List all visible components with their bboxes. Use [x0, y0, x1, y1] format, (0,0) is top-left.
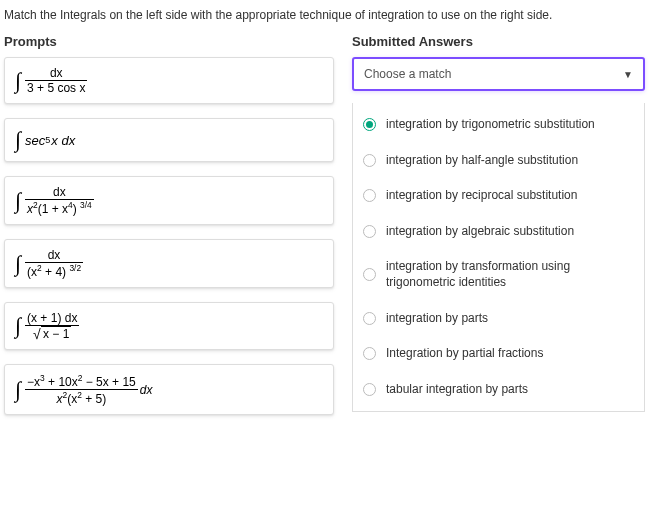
- prompt-card-1[interactable]: ∫ dx 3 + 5 cos x: [4, 57, 334, 104]
- integral-icon: ∫: [15, 127, 21, 153]
- radio-icon: [363, 189, 376, 202]
- option-label: integration by reciprocal substitution: [386, 188, 577, 204]
- match-placeholder: Choose a match: [364, 67, 451, 81]
- frac-numerator: dx: [25, 185, 94, 200]
- np: −x: [27, 375, 40, 389]
- dpo: + 5): [82, 392, 106, 406]
- prompts-column: Prompts ∫ dx 3 + 5 cos x ∫ sec 5 x dx: [4, 34, 334, 429]
- fraction: (x + 1) dx x − 1: [25, 311, 79, 341]
- radio-icon: [363, 154, 376, 167]
- frac-numerator: (x + 1) dx: [25, 311, 79, 326]
- option-label: integration by transformation using trig…: [386, 259, 634, 290]
- frac-numerator: dx: [25, 248, 83, 263]
- dp: (x: [27, 265, 37, 279]
- radio-icon: [363, 347, 376, 360]
- option-label: integration by trigonometric substitutio…: [386, 117, 595, 133]
- radio-icon: [363, 118, 376, 131]
- option-label: tabular integration by parts: [386, 382, 528, 398]
- integral-icon: ∫: [15, 313, 21, 339]
- frac-numerator: dx: [25, 66, 87, 81]
- option-by-parts[interactable]: integration by parts: [353, 301, 644, 337]
- fraction: −x3 + 10x2 − 5x + 15 x2(x2 + 5): [25, 373, 138, 406]
- integral-icon: ∫: [15, 377, 21, 403]
- dm: (x: [67, 392, 77, 406]
- option-label: integration by half-angle substitution: [386, 153, 578, 169]
- option-reciprocal[interactable]: integration by reciprocal substitution: [353, 178, 644, 214]
- fraction: dx 3 + 5 cos x: [25, 66, 87, 95]
- instructions-text: Match the Integrals on the left side wit…: [4, 0, 645, 34]
- radio-icon: [363, 225, 376, 238]
- radio-icon: [363, 312, 376, 325]
- prompt-card-4[interactable]: ∫ dx (x2 + 4) 3/2: [4, 239, 334, 288]
- expr-post: x dx: [51, 133, 75, 148]
- expr-pre: sec: [25, 133, 45, 148]
- dm: (1 + x: [38, 202, 68, 216]
- match-dropdown[interactable]: Choose a match ▼: [352, 57, 645, 91]
- fraction: dx x2(1 + x4) 3/4: [25, 185, 94, 216]
- dm: + 4): [42, 265, 70, 279]
- frac-denominator: x2(1 + x4) 3/4: [25, 200, 94, 216]
- integral-icon: ∫: [15, 251, 21, 277]
- option-trig-substitution[interactable]: integration by trigonometric substitutio…: [353, 107, 644, 143]
- frac-denominator: (x2 + 4) 3/2: [25, 263, 83, 279]
- submitted-header: Submitted Answers: [352, 34, 645, 57]
- nm: + 10x: [45, 375, 78, 389]
- options-panel: integration by trigonometric substitutio…: [352, 103, 645, 412]
- expr-sup: 5: [45, 135, 50, 145]
- integral-icon: ∫: [15, 188, 21, 214]
- chevron-down-icon: ▼: [623, 69, 633, 80]
- sqrt-expr: x − 1: [41, 326, 71, 341]
- dos: 3/2: [69, 263, 81, 273]
- integral-icon: ∫: [15, 68, 21, 94]
- prompt-card-2[interactable]: ∫ sec 5 x dx: [4, 118, 334, 162]
- option-trig-identities[interactable]: integration by transformation using trig…: [353, 249, 644, 300]
- npo: − 5x + 15: [82, 375, 135, 389]
- prompt-card-5[interactable]: ∫ (x + 1) dx x − 1: [4, 302, 334, 350]
- frac-denominator: x − 1: [25, 326, 79, 341]
- fraction: dx (x2 + 4) 3/2: [25, 248, 83, 279]
- columns-container: Prompts ∫ dx 3 + 5 cos x ∫ sec 5 x dx: [4, 34, 645, 429]
- prompt-card-3[interactable]: ∫ dx x2(1 + x4) 3/4: [4, 176, 334, 225]
- dpo: ): [73, 202, 80, 216]
- answers-column: Submitted Answers Choose a match ▼ integ…: [352, 34, 645, 429]
- option-label: integration by parts: [386, 311, 488, 327]
- option-half-angle[interactable]: integration by half-angle substitution: [353, 143, 644, 179]
- option-label: integration by algebraic substitution: [386, 224, 574, 240]
- option-tabular-parts[interactable]: tabular integration by parts: [353, 372, 644, 408]
- page-root: Match the Integrals on the left side wit…: [0, 0, 649, 429]
- prompt-card-6[interactable]: ∫ −x3 + 10x2 − 5x + 15 x2(x2 + 5) dx: [4, 364, 334, 415]
- dos: 3/4: [80, 200, 92, 210]
- option-label: Integration by partial fractions: [386, 346, 543, 362]
- trailing-dx: dx: [140, 383, 153, 397]
- option-algebraic[interactable]: integration by algebraic substitution: [353, 214, 644, 250]
- option-partial-fractions[interactable]: Integration by partial fractions: [353, 336, 644, 372]
- radio-icon: [363, 383, 376, 396]
- frac-denominator: 3 + 5 cos x: [25, 81, 87, 95]
- radio-icon: [363, 268, 376, 281]
- prompts-header: Prompts: [4, 34, 334, 57]
- frac-numerator: −x3 + 10x2 − 5x + 15: [25, 373, 138, 390]
- frac-denominator: x2(x2 + 5): [25, 390, 138, 406]
